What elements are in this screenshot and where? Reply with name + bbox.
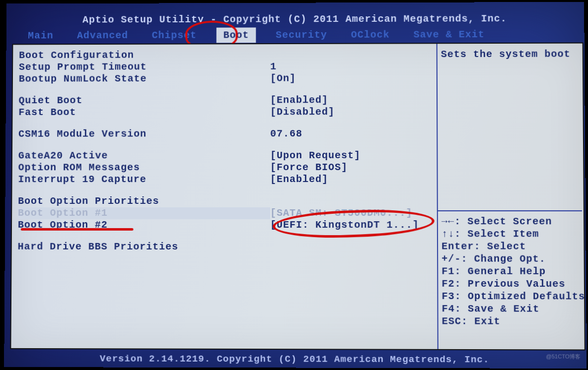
value-fast-boot[interactable]: [Disabled] [270, 106, 432, 118]
value-interrupt19[interactable]: [Enabled] [270, 174, 432, 185]
tab-oclock[interactable]: OClock [347, 28, 394, 41]
key-enter: Enter: Select [441, 240, 582, 252]
item-hdd-bbs-priorities[interactable]: Hard Drive BBS Priorities [18, 241, 270, 253]
item-boot-option-1[interactable]: Boot Option #1 [18, 207, 270, 219]
key-f1: F1: General Help [441, 265, 582, 278]
bios-title: Aptio Setup Utility - Copyright (C) 2011… [6, 13, 585, 26]
value-bootup-numlock[interactable]: [On] [270, 72, 432, 85]
bios-tab-bar: Main Advanced Chipset Boot Security OClo… [24, 26, 578, 44]
tab-security[interactable]: Security [272, 28, 331, 42]
bios-frame: Boot Configuration Setup Prompt Timeout … [10, 43, 585, 351]
key-f4: F4: Save & Exit [441, 303, 582, 315]
vertical-divider [437, 44, 439, 349]
item-gatea20[interactable]: GateA20 Active [18, 150, 270, 162]
key-legend: →←: Select Screen ↑↓: Select Item Enter:… [441, 215, 583, 328]
bios-footer: Version 2.14.1219. Copyright (C) 2011 Am… [4, 353, 587, 366]
bios-screen: Aptio Setup Utility - Copyright (C) 2011… [4, 2, 587, 369]
key-select-screen: →←: Select Screen [441, 215, 582, 228]
item-setup-prompt-timeout[interactable]: Setup Prompt Timeout [19, 61, 270, 73]
tab-main[interactable]: Main [24, 29, 57, 42]
key-esc: ESC: Exit [442, 315, 583, 328]
value-option-rom[interactable]: [Force BIOS] [270, 162, 432, 174]
section-boot-priorities: Boot Option Priorities [18, 195, 270, 207]
key-f2: F2: Previous Values [441, 278, 582, 291]
section-boot-configuration: Boot Configuration [19, 49, 270, 62]
tab-save-exit[interactable]: Save & Exit [410, 28, 489, 41]
item-quiet-boot[interactable]: Quiet Boot [18, 95, 270, 107]
watermark: @51CTO博客 [546, 353, 580, 360]
key-select-item: ↑↓: Select Item [441, 228, 582, 240]
item-bootup-numlock[interactable]: Bootup NumLock State [19, 73, 270, 85]
help-divider [437, 210, 582, 211]
value-gatea20[interactable]: [Upon Request] [270, 150, 432, 162]
item-interrupt19[interactable]: Interrupt 19 Capture [18, 174, 270, 185]
value-csm16: 07.68 [270, 128, 432, 140]
key-change-opt: +/-: Change Opt. [441, 252, 582, 265]
item-option-rom[interactable]: Option ROM Messages [18, 162, 270, 174]
key-f3: F3: Optimized Defaults [441, 290, 582, 303]
help-text: Sets the system boot [441, 49, 577, 61]
tab-advanced[interactable]: Advanced [73, 29, 132, 42]
value-quiet-boot[interactable]: [Enabled] [270, 94, 432, 106]
item-csm16: CSM16 Module Version [18, 128, 270, 140]
help-panel: Sets the system boot [441, 49, 577, 61]
annotation-underline-boot-option-1 [21, 228, 134, 231]
value-setup-prompt-timeout[interactable]: 1 [270, 61, 432, 73]
item-fast-boot[interactable]: Fast Boot [18, 106, 270, 119]
